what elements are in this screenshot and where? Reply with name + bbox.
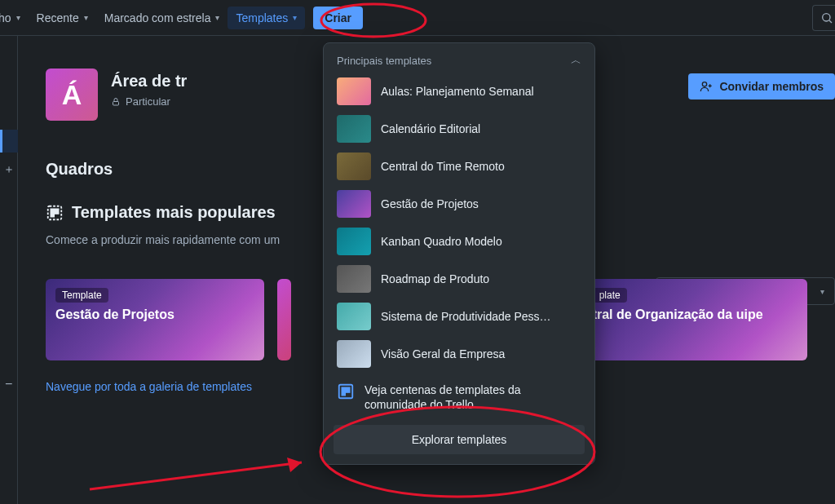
template-item-kanban[interactable]: Kanban Quadro Modelo <box>332 223 586 260</box>
svg-point-3 <box>703 82 707 86</box>
dropdown-list: Aulas: Planejamento Semanal Calendário E… <box>324 73 594 373</box>
workspace-avatar: Á <box>46 69 98 121</box>
user-add-icon <box>700 80 713 93</box>
template-card[interactable]: Template Gestão de Projetos <box>46 279 264 360</box>
template-card-partial[interactable] <box>277 279 291 360</box>
nav-starred[interactable]: Marcado com estrela ▾ <box>96 7 228 29</box>
template-badge: Template <box>55 288 108 303</box>
template-item-label: Sistema de Produtividade Pess… <box>381 310 551 323</box>
create-button[interactable]: Criar <box>313 7 363 29</box>
popular-templates-label: Templates mais populares <box>72 203 276 222</box>
svg-rect-2 <box>113 101 119 105</box>
svg-rect-8 <box>55 209 59 213</box>
template-thumb <box>337 340 371 368</box>
template-card-name: Gestão de Projetos <box>55 307 254 322</box>
nav-recent[interactable]: Recente ▾ <box>29 7 96 29</box>
template-item-central-time[interactable]: Central do Time Remoto <box>332 148 586 185</box>
template-item-label: Calendário Editorial <box>381 122 480 135</box>
workspace-info: Área de tr Particular <box>111 69 187 108</box>
search-icon <box>820 11 833 24</box>
nav-templates[interactable]: Templates ▾ <box>228 7 305 29</box>
explore-templates-label: Explorar templates <box>412 433 507 446</box>
workspace-avatar-letter: Á <box>62 79 82 111</box>
invite-members-label: Convidar membros <box>719 80 824 93</box>
template-icon <box>46 204 64 222</box>
template-item-visao-geral[interactable]: Visão Geral da Empresa <box>332 335 586 373</box>
template-card-name: tral de Organização da uipe <box>590 307 797 322</box>
svg-rect-11 <box>347 387 350 392</box>
svg-point-0 <box>823 14 830 21</box>
template-thumb <box>337 153 371 180</box>
dropdown-footer: Veja centenas de templates da comunidade… <box>324 373 594 417</box>
nav-recent-label: Recente <box>37 11 79 24</box>
nav-starred-label: Marcado com estrela <box>104 11 211 24</box>
template-item-label: Central do Time Remoto <box>381 160 505 173</box>
sidebar-active-item[interactable] <box>0 130 18 153</box>
top-navbar: ho ▾ Recente ▾ Marcado com estrela ▾ Tem… <box>0 0 835 36</box>
template-thumb <box>337 265 371 293</box>
nav-templates-label: Templates <box>236 11 288 24</box>
search-input[interactable] <box>812 5 835 31</box>
template-item-produtividade[interactable]: Sistema de Produtividade Pess… <box>332 298 586 335</box>
chevron-down-icon: ▾ <box>293 13 297 22</box>
dropdown-header-label: Principais templates <box>337 55 431 67</box>
create-button-label: Criar <box>325 11 351 24</box>
chevron-down-icon: ▾ <box>215 13 219 22</box>
chevron-up-icon[interactable]: ︿ <box>571 53 581 68</box>
chevron-down-icon: ▾ <box>84 13 88 22</box>
template-item-label: Visão Geral da Empresa <box>381 347 505 360</box>
template-thumb <box>337 228 371 255</box>
template-item-label: Aulas: Planejamento Semanal <box>381 85 534 98</box>
templates-dropdown: Principais templates ︿ Aulas: Planejamen… <box>323 42 595 465</box>
nav-workspaces-label: ho <box>0 11 11 24</box>
left-sidebar: ＋ − <box>0 36 18 504</box>
svg-rect-7 <box>51 209 54 216</box>
explore-templates-button[interactable]: Explorar templates <box>334 425 585 454</box>
template-item-aulas[interactable]: Aulas: Planejamento Semanal <box>332 73 586 110</box>
template-item-calendario[interactable]: Calendário Editorial <box>332 110 586 148</box>
template-item-label: Kanban Quadro Modelo <box>381 235 502 248</box>
template-item-label: Gestão de Projetos <box>381 197 479 210</box>
workspace-privacy-label: Particular <box>126 95 170 108</box>
workspace-privacy: Particular <box>111 95 187 108</box>
template-badge: plate <box>593 288 627 303</box>
template-thumb <box>337 115 371 143</box>
template-item-label: Roadmap de Produto <box>381 272 489 285</box>
template-card[interactable]: plate tral de Organização da uipe <box>590 279 807 360</box>
sidebar-collapse-button[interactable]: − <box>5 377 12 391</box>
template-thumb <box>337 190 371 218</box>
svg-rect-10 <box>342 387 345 395</box>
lock-icon <box>111 97 121 107</box>
sidebar-add-button[interactable]: ＋ <box>3 162 15 177</box>
chevron-down-icon: ▾ <box>16 13 20 22</box>
chevron-down-icon: ▾ <box>820 287 824 296</box>
dropdown-footer-text: Veja centenas de templates da comunidade… <box>364 382 581 412</box>
template-thumb <box>337 303 371 330</box>
dropdown-header: Principais templates ︿ <box>324 43 594 73</box>
svg-line-1 <box>829 20 832 23</box>
template-thumb <box>337 77 371 105</box>
template-icon <box>337 382 355 400</box>
invite-members-button[interactable]: Convidar membros <box>688 73 835 99</box>
template-item-gestao-projetos[interactable]: Gestão de Projetos <box>332 185 586 223</box>
template-item-roadmap[interactable]: Roadmap de Produto <box>332 260 586 298</box>
workspace-title: Área de tr <box>111 72 187 91</box>
nav-workspaces[interactable]: ho ▾ <box>0 7 29 29</box>
